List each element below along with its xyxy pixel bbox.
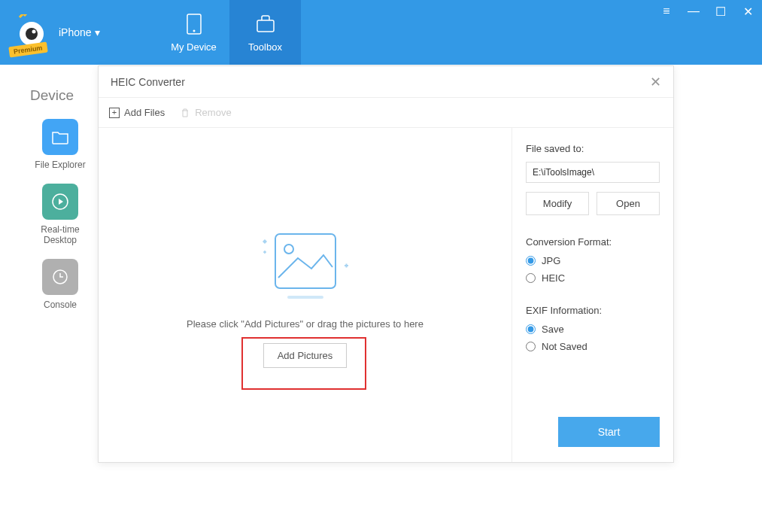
svg-point-2 (32, 30, 36, 34)
exif-radio-save[interactable]: Save (526, 324, 660, 335)
drop-hint-text: Please click "Add Pictures" or drag the … (187, 318, 424, 330)
tool-realtime-desktop[interactable]: Real-time Desktop (30, 184, 90, 245)
maximize-icon[interactable]: ☐ (714, 5, 727, 19)
format-radio-jpg[interactable]: JPG (526, 255, 660, 266)
close-window-icon[interactable]: ✕ (741, 5, 754, 19)
format-label: Conversion Format: (526, 236, 660, 248)
remove-label: Remove (195, 107, 231, 118)
clock-icon (42, 259, 78, 295)
tool-label: Real-time Desktop (30, 224, 90, 245)
exif-label: EXIF Information: (526, 305, 660, 316)
save-path-input[interactable] (526, 162, 660, 183)
dialog-toolbar: + Add Files Remove (99, 98, 673, 128)
saved-to-label: File saved to: (526, 143, 660, 154)
trash-icon (180, 108, 190, 118)
tool-label: File Explorer (35, 160, 85, 170)
radio-input[interactable] (526, 324, 536, 334)
chevron-down-icon: ▾ (95, 26, 100, 38)
radio-input[interactable] (526, 256, 536, 266)
minimize-icon[interactable]: — (687, 5, 700, 19)
format-radio-heic[interactable]: HEIC (526, 272, 660, 284)
tool-grid: File Explorer Real-time Desktop Console (30, 119, 90, 310)
device-label: iPhone (59, 26, 92, 38)
toolbox-icon (254, 13, 277, 35)
svg-rect-8 (275, 234, 335, 288)
play-icon (42, 184, 78, 220)
nav-tabs: My Device Toolbox (158, 0, 301, 65)
save-location-section: File saved to: Modify Open (526, 143, 660, 215)
add-pictures-button[interactable]: Add Pictures (263, 343, 348, 368)
dialog-header: HEIC Converter ✕ (99, 66, 673, 98)
tablet-icon (183, 13, 205, 35)
radio-label: Save (542, 324, 564, 335)
exif-radio-not-saved[interactable]: Not Saved (526, 341, 660, 352)
svg-point-4 (193, 29, 195, 32)
tab-label: My Device (171, 41, 217, 53)
picture-placeholder-icon (253, 222, 358, 305)
radio-label: Not Saved (542, 341, 587, 352)
close-icon[interactable]: ✕ (650, 74, 661, 90)
remove-button: Remove (180, 107, 231, 118)
plus-icon: + (109, 108, 120, 118)
settings-panel: File saved to: Modify Open Conversion Fo… (512, 128, 673, 462)
tab-toolbox[interactable]: Toolbox (229, 0, 301, 65)
modify-button[interactable]: Modify (526, 192, 589, 215)
tool-label: Console (44, 299, 77, 310)
radio-label: JPG (542, 255, 560, 266)
dialog-body: Please click "Add Pictures" or drag the … (99, 128, 673, 462)
svg-rect-5 (257, 20, 274, 32)
menu-icon[interactable]: ≡ (660, 5, 673, 19)
folder-icon (42, 119, 78, 155)
heic-converter-dialog: HEIC Converter ✕ + Add Files Remove (98, 65, 674, 463)
radio-input[interactable] (526, 342, 536, 351)
dialog-title: HEIC Converter (111, 76, 185, 88)
tool-file-explorer[interactable]: File Explorer (30, 119, 90, 170)
app-header: Premium iPhone ▾ My Device Toolbox ≡ — ☐… (0, 0, 762, 65)
logo-area: Premium iPhone ▾ (0, 0, 158, 65)
svg-point-9 (284, 245, 293, 254)
exif-section: EXIF Information: Save Not Saved (526, 305, 660, 352)
format-section: Conversion Format: JPG HEIC (526, 236, 660, 284)
add-files-button[interactable]: + Add Files (109, 107, 165, 118)
tool-console[interactable]: Console (30, 259, 90, 310)
open-button[interactable]: Open (597, 192, 660, 215)
drop-zone[interactable]: Please click "Add Pictures" or drag the … (99, 128, 512, 462)
start-button[interactable]: Start (558, 417, 660, 447)
tab-label: Toolbox (248, 41, 282, 53)
radio-input[interactable] (526, 273, 536, 283)
window-controls: ≡ — ☐ ✕ (660, 5, 754, 19)
svg-point-1 (26, 28, 38, 40)
tab-my-device[interactable]: My Device (158, 0, 229, 65)
device-selector[interactable]: iPhone ▾ (59, 26, 100, 38)
radio-label: HEIC (542, 272, 565, 284)
add-files-label: Add Files (124, 107, 165, 118)
app-logo-icon: Premium (14, 14, 50, 50)
